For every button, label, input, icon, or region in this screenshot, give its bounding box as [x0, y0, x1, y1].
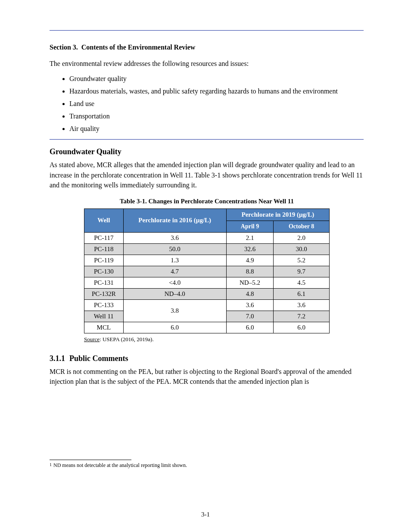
cell: PC-132R: [84, 288, 124, 299]
cell: 4.5: [274, 277, 330, 288]
cell: <4.0: [123, 277, 226, 288]
numbered-heading: 3.1.1 Public Comments: [50, 354, 364, 363]
heading-title: Public Comments: [69, 354, 128, 363]
cell: 5.2: [274, 255, 330, 266]
cell: PC-133: [84, 299, 124, 311]
cell: 2.0: [274, 232, 330, 243]
th-oct: October 8: [274, 221, 330, 232]
th-apr: April 9: [226, 221, 273, 232]
cell: 6.0: [123, 322, 226, 333]
table-caption: Table 3-1. Changes in Perchlorate Concen…: [84, 198, 330, 205]
footnote-rule: [50, 460, 131, 460]
footnote-area: 1 ND means not detectable at the analyti…: [50, 460, 364, 469]
cell: PC-118: [84, 243, 124, 255]
footnote-number: 1: [50, 462, 52, 469]
cell: 4.7: [123, 266, 226, 277]
cell: 4.9: [226, 255, 273, 266]
cell: 3.6: [123, 232, 226, 243]
cell: 9.7: [274, 266, 330, 277]
cell: 3.6: [226, 299, 273, 311]
cell: 6.1: [274, 288, 330, 299]
section-heading: Section 3. Contents of the Environmental…: [50, 44, 364, 51]
table-source-label: Source: [84, 336, 100, 342]
cell: 6.0: [226, 322, 273, 333]
cell: Well 11: [84, 311, 124, 322]
list-item: Transportation: [69, 111, 364, 122]
cell: 7.2: [274, 311, 330, 322]
intro-text: The environmental review addresses the f…: [50, 59, 364, 68]
footnote: 1 ND means not detectable at the analyti…: [50, 462, 364, 469]
cell: 8.8: [226, 266, 273, 277]
cell: ND–4.0: [123, 288, 226, 299]
cell: PC-117: [84, 232, 124, 243]
footnote-text: ND means not detectable at the analytica…: [53, 462, 187, 469]
cell: 7.0: [226, 311, 273, 322]
top-rule: [50, 30, 364, 31]
cell: 32.6: [226, 243, 273, 255]
cell: ND–5.2: [226, 277, 273, 288]
section-title: Contents of the Environmental Review: [81, 44, 196, 51]
mid-rule: [50, 139, 364, 140]
list-item: Hazardous materials, wastes, and public …: [69, 86, 364, 97]
cell: 6.0: [274, 322, 330, 333]
cell: PC-131: [84, 277, 124, 288]
cell: 4.8: [226, 288, 273, 299]
subsection-title: Groundwater Quality: [50, 147, 364, 156]
list-item: Land use: [69, 99, 364, 109]
body-paragraph: As stated above, MCR alleges that the am…: [50, 160, 364, 190]
cell: 3.8: [123, 299, 226, 322]
cell: 1.3: [123, 255, 226, 266]
table-source-text: : USEPA (2016, 2019a).: [100, 336, 154, 342]
heading-number: 3.1.1: [50, 354, 65, 363]
th-2016: Perchlorate in 2016 (µg/L): [123, 208, 226, 232]
list-item: Groundwater quality: [69, 74, 364, 84]
th-well: Well: [84, 208, 124, 232]
cell: 3.6: [274, 299, 330, 311]
table-wrapper: Table 3-1. Changes in Perchlorate Concen…: [84, 198, 330, 343]
contents-list: Groundwater quality Hazardous materials,…: [50, 74, 364, 134]
page-number: 3-1: [0, 511, 411, 518]
cell: 50.0: [123, 243, 226, 255]
perchlorate-table: Well Perchlorate in 2016 (µg/L) Perchlor…: [84, 208, 330, 333]
section-label: Section 3.: [50, 44, 78, 51]
body-paragraph: MCR is not commenting on the PEA, but ra…: [50, 367, 364, 386]
list-item: Air quality: [69, 124, 364, 134]
cell: MCL: [84, 322, 124, 333]
table-source: Source: USEPA (2016, 2019a).: [84, 336, 330, 343]
cell: 30.0: [274, 243, 330, 255]
cell: 2.1: [226, 232, 273, 243]
th-2019: Perchlorate in 2019 (µg/L): [226, 208, 329, 221]
cell: PC-130: [84, 266, 124, 277]
cell: PC-119: [84, 255, 124, 266]
